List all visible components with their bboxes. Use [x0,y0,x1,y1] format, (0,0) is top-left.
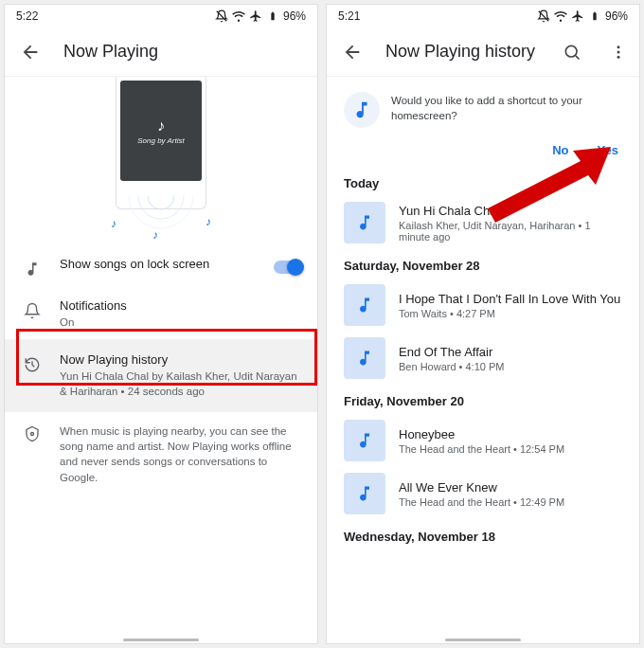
back-button[interactable] [12,34,48,70]
ripple-icon [128,196,194,243]
svg-point-6 [565,45,577,57]
setting-privacy-note: When music is playing nearby, you can se… [5,412,317,494]
airplane-icon [571,9,584,23]
float-note-icon: ♪ [206,215,211,228]
wifi-icon [554,9,567,23]
history-item[interactable]: End Of The AffairBen Howard • 4:10 PM [327,332,639,385]
song-title: Honeybee [399,427,564,441]
song-meta: Tom Waits • 4:27 PM [399,308,620,319]
float-note-icon: ♪ [152,228,158,242]
setting-lock-screen[interactable]: Show songs on lock screen [5,247,317,289]
float-note-icon: ♪ [111,217,116,230]
device-preview: ♪ Song by Artist ♪ ♪ ♪ [5,77,317,209]
song-meta: Kailash Kher, Udit Narayan, Hariharan • … [399,220,622,243]
svg-point-10 [617,55,620,58]
svg-point-4 [31,433,34,436]
wifi-icon [232,9,245,23]
dnd-icon [215,9,228,23]
setting-label: Show songs on lock screen [60,257,253,271]
setting-label: Notifications [60,298,298,313]
dnd-icon [537,9,550,23]
page-title: Now Playing [63,42,310,62]
prompt-no-button[interactable]: No [552,143,568,157]
setting-label: Now Playing history [60,352,298,367]
song-title: I Hope That I Don't Fall In Love With Yo… [399,292,620,306]
back-button[interactable] [334,34,370,70]
song-meta: The Head and the Heart • 12:54 PM [399,443,564,455]
battery-pct: 96% [283,9,306,23]
device-frame: ♪ Song by Artist ♪ ♪ ♪ [116,77,206,209]
music-note-icon [344,473,385,514]
song-meta: The Head and the Heart • 12:49 PM [399,496,564,508]
setting-sublabel: On [60,315,298,330]
status-time: 5:22 [16,9,38,23]
preview-text: Song by Artist [137,136,185,145]
svg-point-9 [617,50,620,53]
music-note-icon [344,420,385,461]
shortcut-prompt: Would you like to add a shortcut to your… [340,86,626,134]
bell-icon [22,300,43,321]
lock-screen-toggle[interactable] [274,261,302,274]
setting-sublabel: When music is playing nearby, you can se… [60,423,298,484]
status-time: 5:21 [338,9,360,23]
battery-pct: 96% [605,9,628,23]
overflow-menu-button[interactable] [605,34,632,70]
music-note-icon [344,284,385,326]
song-title: End Of The Affair [399,345,504,359]
app-bar: Now Playing history [327,27,639,77]
history-icon [22,354,43,375]
setting-sublabel: Yun Hi Chala Chal by Kailash Kher, Udit … [60,369,298,399]
prompt-text: Would you like to add a shortcut to your… [391,92,622,128]
page-title: Now Playing history [385,42,539,62]
setting-notifications[interactable]: Notifications On [5,289,317,339]
music-note-icon [22,259,43,279]
home-indicator[interactable] [123,639,199,641]
status-icons: 96% [215,9,306,23]
status-bar: 5:21 96% [327,5,639,27]
music-shortcut-icon [344,92,380,128]
app-bar: Now Playing [5,27,317,77]
music-note-icon [344,202,385,243]
song-meta: Ben Howard • 4:10 PM [399,361,504,372]
svg-point-2 [138,196,184,219]
airplane-icon [249,9,262,23]
svg-point-8 [617,45,620,48]
search-button[interactable] [554,34,590,70]
history-item[interactable]: Yun Hi Chala ChalKailash Kher, Udit Nara… [327,196,639,249]
battery-icon [588,9,601,23]
song-title: All We Ever Knew [399,480,564,495]
section-label: Saturday, November 28 [327,249,639,279]
history-item[interactable]: I Hope That I Don't Fall In Love With Yo… [327,279,639,332]
phone-right: 5:21 96% Now Playing history Would you l… [327,5,639,643]
music-note-icon [344,337,385,379]
status-icons: 96% [537,9,628,23]
home-indicator[interactable] [445,639,521,641]
section-label: Wednesday, November 18 [327,520,639,549]
status-bar: 5:22 96% [5,5,317,27]
history-item[interactable]: All We Ever KnewThe Head and the Heart •… [327,467,639,520]
setting-history[interactable]: Now Playing history Yun Hi Chala Chal by… [5,339,317,412]
battery-icon [266,9,279,23]
phone-left: 5:22 96% Now Playing ♪ Song by Artist [5,5,317,643]
section-label: Today [327,167,639,196]
history-list: TodayYun Hi Chala ChalKailash Kher, Udit… [327,167,639,549]
shield-icon [22,423,43,444]
prompt-yes-button[interactable]: Yes [598,143,618,157]
svg-line-7 [576,55,580,59]
music-note-icon: ♪ [157,117,165,135]
song-title: Yun Hi Chala Chal [399,204,622,218]
settings-list: Show songs on lock screen Notifications … [5,242,317,500]
section-label: Friday, November 20 [327,385,639,414]
history-item[interactable]: HoneybeeThe Head and the Heart • 12:54 P… [327,414,639,467]
svg-point-1 [148,196,174,209]
